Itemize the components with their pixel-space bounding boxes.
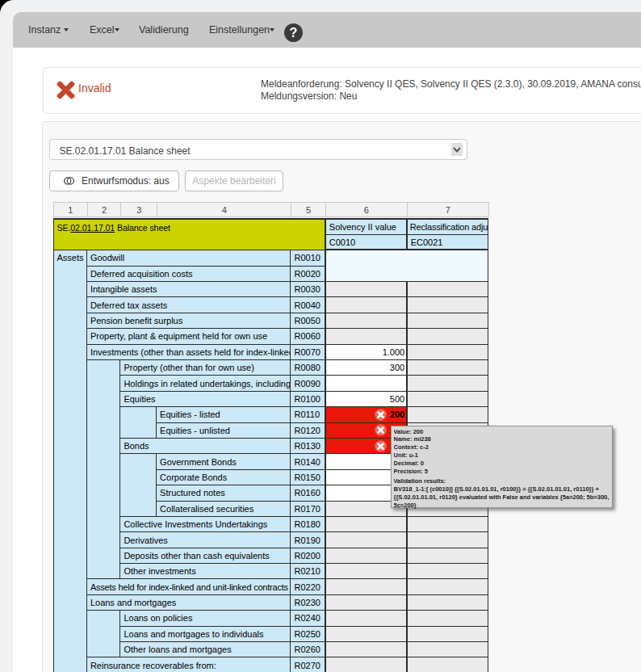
- svg-text:?: ?: [290, 26, 298, 40]
